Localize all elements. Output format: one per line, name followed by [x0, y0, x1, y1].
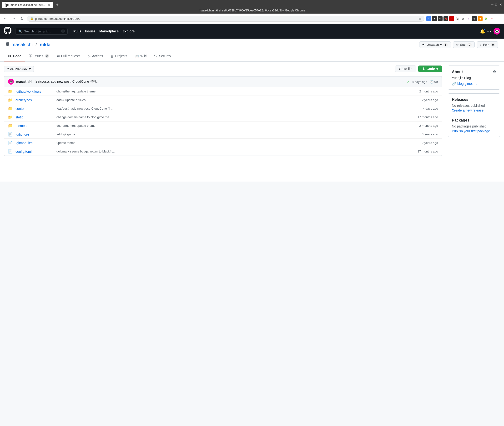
- tab-code[interactable]: <> Code: [4, 51, 25, 62]
- create-release-link[interactable]: Create a new release: [452, 108, 483, 112]
- tab-projects[interactable]: ▦ Projects: [107, 51, 131, 62]
- active-tab[interactable]: masakichi/nikki at ee8b07... ✕: [2, 2, 53, 8]
- repo-icon: [6, 43, 9, 47]
- ext-y-icon[interactable]: Y: [466, 16, 471, 21]
- repo-header: masakichi / nikki 👁 Unwatch ▾ 1 ☆ Star 0…: [0, 39, 504, 51]
- file-time: 4 days ago: [412, 107, 438, 110]
- forward-button[interactable]: →: [10, 15, 17, 22]
- ext-translate-icon[interactable]: T: [426, 16, 431, 21]
- address-bar: ← → ↻ 🔒 github.com/masakichi/nikki/tree/…: [0, 14, 504, 24]
- file-name-link[interactable]: themes: [15, 124, 54, 128]
- table-row: 📄 config.toml goldmark seems buggy, retu…: [4, 147, 442, 156]
- browser-menu-button[interactable]: ⋮: [496, 15, 502, 22]
- bookmark-icon[interactable]: ☆: [419, 17, 421, 21]
- file-commit-msg: chore(theme): update theme: [56, 124, 409, 128]
- search-icon: 🔍: [18, 29, 22, 33]
- code-dropdown-button[interactable]: ⬇ Code ▾: [418, 65, 442, 72]
- tab-more[interactable]: ...: [490, 51, 500, 62]
- packages-none-text: No packages published: [452, 124, 496, 128]
- about-link[interactable]: 🔗 blog.gimo.me: [452, 82, 496, 85]
- star-count: 0: [467, 43, 472, 46]
- new-tab-button[interactable]: +: [54, 1, 61, 8]
- nav-pulls[interactable]: Pulls: [73, 29, 81, 33]
- tab-security[interactable]: 🛡 Security: [150, 51, 175, 62]
- commit-history-link[interactable]: 🕐 99: [430, 80, 438, 84]
- tab-issues[interactable]: ⓘ Issues 2: [25, 51, 53, 62]
- ext-grid-icon[interactable]: ⊞: [438, 16, 442, 21]
- github-nav: 🔍 Search or jump to... / Pulls Issues Ma…: [0, 24, 504, 39]
- ext-puzzle-icon[interactable]: 🧩: [483, 16, 488, 21]
- releases-divider: [452, 115, 496, 115]
- nav-marketplace[interactable]: Marketplace: [99, 29, 119, 33]
- file-name-link[interactable]: config.toml: [15, 150, 54, 153]
- issues-badge: 2: [45, 54, 49, 58]
- link-icon: 🔗: [452, 82, 456, 85]
- tab-pull-requests[interactable]: ⇄ Pull requests: [53, 51, 84, 62]
- ext-circle2-icon[interactable]: ◎: [472, 16, 477, 21]
- notifications-bell-icon[interactable]: 🔔: [480, 28, 485, 34]
- create-new-button[interactable]: + ▾: [487, 29, 492, 33]
- folder-icon: 📁: [8, 115, 13, 119]
- file-name-link[interactable]: content: [15, 107, 54, 111]
- tab-actions[interactable]: ▷ Actions: [84, 51, 107, 62]
- nav-explore[interactable]: Explore: [122, 29, 135, 33]
- folder-icon: 📁: [8, 98, 13, 102]
- ext-badge7-icon[interactable]: 7: [449, 16, 454, 21]
- file-commit-msg: update theme: [56, 141, 409, 145]
- ext-circle-icon[interactable]: ●: [432, 16, 437, 21]
- repo-owner-link[interactable]: masakichi: [11, 42, 33, 47]
- releases-none-text: No releases published: [452, 104, 496, 107]
- table-row: 📁 .github/workflows chore(theme): update…: [4, 87, 442, 96]
- file-time: 17 months ago: [412, 150, 438, 153]
- publish-package-link[interactable]: Publish your first package: [452, 129, 490, 133]
- ext-red-icon[interactable]: ✂: [489, 16, 494, 21]
- ext-orange-icon[interactable]: ◑: [478, 16, 483, 21]
- fork-button[interactable]: ⑂ Fork 0: [477, 42, 498, 48]
- file-time: 3 years ago: [412, 133, 438, 136]
- tab-bar: masakichi/nikki at ee8b07... ✕ + ─ □ ✕: [2, 1, 502, 8]
- github-logo-icon[interactable]: [4, 27, 11, 36]
- commit-time: 4 days ago: [412, 80, 427, 84]
- file-name-link[interactable]: archetypes: [15, 98, 54, 102]
- address-field[interactable]: 🔒 github.com/masakichi/nikki/tree/... ☆: [27, 16, 424, 22]
- file-name-link[interactable]: .gitignore: [15, 133, 54, 136]
- ext-bookmark-icon[interactable]: 🔖: [443, 16, 448, 21]
- commit-ellipsis-button[interactable]: ···: [402, 80, 405, 84]
- search-box[interactable]: 🔍 Search or jump to... /: [15, 28, 68, 35]
- about-section: About ⚙ Yuanji's Blog 🔗 blog.gimo.me: [448, 65, 500, 90]
- goto-file-button[interactable]: Go to file: [395, 65, 416, 72]
- back-button[interactable]: ←: [2, 15, 9, 22]
- close-window-button[interactable]: ✕: [499, 3, 502, 7]
- repo-name-link[interactable]: nikki: [40, 42, 50, 47]
- file-name-link[interactable]: .github/workflows: [15, 90, 54, 93]
- branch-selector-button[interactable]: ⑂ ee8b0738c7 ▾: [4, 66, 34, 72]
- avatar[interactable]: 🐼: [494, 28, 500, 35]
- file-tree: ⑂ ee8b0738c7 ▾ Go to file ⬇ Code ▾: [4, 65, 442, 156]
- file-name-link[interactable]: .gitmodules: [15, 141, 54, 145]
- ext-panda-icon[interactable]: 🐼: [455, 16, 460, 21]
- file-time: 2 months ago: [412, 90, 438, 93]
- ext-a-icon[interactable]: A: [461, 16, 465, 21]
- maximize-button[interactable]: □: [495, 3, 497, 7]
- tab-wiki[interactable]: 📖 Wiki: [131, 51, 150, 62]
- file-name-link[interactable]: static: [15, 115, 54, 119]
- commit-author-avatar: 🐼: [8, 79, 14, 85]
- nav-issues[interactable]: Issues: [85, 29, 96, 33]
- repo-tabs: <> Code ⓘ Issues 2 ⇄ Pull requests ▷ Act…: [0, 51, 504, 62]
- github-favicon-icon: [5, 3, 9, 7]
- about-settings-gear-icon[interactable]: ⚙: [493, 70, 496, 74]
- commit-author-name[interactable]: masakichi: [16, 80, 32, 84]
- unwatch-button[interactable]: 👁 Unwatch ▾ 1: [419, 42, 451, 48]
- file-table: 🐼 masakichi feat(post): add new post: Cl…: [4, 76, 442, 156]
- star-button[interactable]: ☆ Star 0: [453, 42, 475, 48]
- star-label: Star: [460, 43, 466, 46]
- branch-name: ee8b0738c7: [10, 67, 28, 71]
- tab-close-button[interactable]: ✕: [47, 3, 50, 7]
- file-commit-msg: goldmark seems buggy, return to blackfri…: [56, 150, 409, 153]
- minimize-button[interactable]: ─: [491, 3, 494, 7]
- fork-count: 0: [491, 43, 495, 46]
- reload-button[interactable]: ↻: [19, 15, 25, 22]
- nav-links: Pulls Issues Marketplace Explore: [73, 29, 135, 33]
- file-icon: 📄: [8, 132, 13, 136]
- folder-icon: 📁: [8, 89, 13, 94]
